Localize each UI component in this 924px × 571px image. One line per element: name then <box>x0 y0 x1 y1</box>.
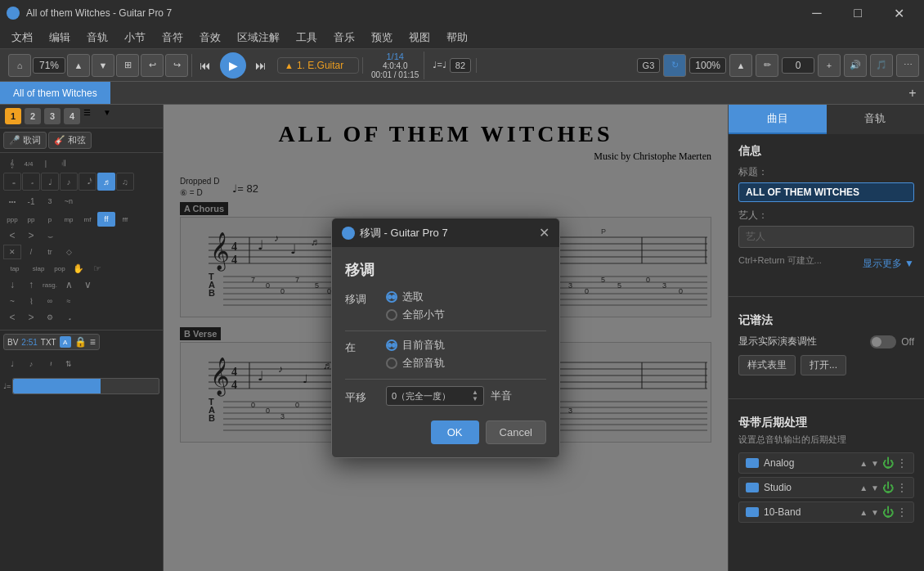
lyrics-btn[interactable]: 🎤 歌词 <box>3 132 47 149</box>
more-link[interactable]: 显示更多 ▼ <box>863 257 914 271</box>
panel-tab-track[interactable]: 音轨 <box>827 105 925 134</box>
whammy-btn[interactable]: ∞ <box>41 294 59 308</box>
ff-btn[interactable]: ff <box>97 212 115 227</box>
pencil-btn[interactable]: ✏ <box>756 54 778 77</box>
track-down-btn[interactable]: ▼ <box>103 108 119 124</box>
maximize-button[interactable]: □ <box>839 0 877 26</box>
tuplet-btn[interactable]: ~n <box>60 192 78 210</box>
menu-view[interactable]: 视图 <box>401 27 438 48</box>
fff-btn[interactable]: fff <box>116 212 134 227</box>
menu-help[interactable]: 帮助 <box>438 27 476 48</box>
ok-button[interactable]: OK <box>431 420 479 444</box>
sound-btn1[interactable]: 🔊 <box>844 54 867 77</box>
new-tab-button[interactable]: + <box>901 82 924 105</box>
notation-clef[interactable]: 𝄞 <box>3 156 20 171</box>
add-btn[interactable]: + <box>818 54 841 77</box>
menu-annotation[interactable]: 区域注解 <box>229 27 288 48</box>
note-whole[interactable]: 𝅝 <box>3 173 21 191</box>
ppp-btn[interactable]: ppp <box>3 212 21 227</box>
redo-btn[interactable]: ↪ <box>165 54 188 77</box>
note-edit-btn[interactable]: 𝅘 <box>60 310 78 325</box>
title-value[interactable]: ALL OF THEM WITCHES <box>738 182 914 202</box>
finger-btn[interactable]: ☞ <box>88 261 106 276</box>
note-small-1[interactable]: ♩ <box>3 357 21 371</box>
bend-down-btn[interactable]: ∨ <box>78 277 96 292</box>
p-btn[interactable]: p <box>41 212 59 227</box>
note-32nd[interactable]: ♫ <box>116 173 134 191</box>
slash-btn[interactable]: / <box>22 245 40 259</box>
decrescendo-btn[interactable]: > <box>22 228 40 243</box>
tremolo-btn[interactable]: ≈ <box>60 294 78 308</box>
up-arrow-btn[interactable]: ↑ <box>22 277 40 292</box>
dialog-close-button[interactable]: ✕ <box>539 225 549 241</box>
fx-power-analog[interactable]: ⏻ <box>882 456 894 470</box>
style-btn[interactable]: 样式表里 <box>738 355 796 375</box>
undo-btn[interactable]: ↩ <box>141 54 164 77</box>
open-btn[interactable]: 打开... <box>801 355 846 375</box>
rest-small[interactable]: 𝄽 <box>41 357 59 371</box>
fx-arrow-down-10band[interactable]: ▼ <box>871 508 879 517</box>
radio-all-tracks[interactable] <box>386 357 397 369</box>
fx-arrow-up-studio[interactable]: ▲ <box>859 483 868 492</box>
rasg-btn[interactable]: rasg. <box>41 277 59 292</box>
track-num-4[interactable]: 4 <box>64 108 80 124</box>
radio-all-measures[interactable] <box>386 309 397 321</box>
note-active[interactable]: ♬ <box>97 173 115 191</box>
track-num-1[interactable]: 1 <box>5 108 21 124</box>
up-down-btn[interactable]: ⇅ <box>60 357 78 371</box>
mf-btn[interactable]: mf <box>78 212 96 227</box>
track-num-2[interactable]: 2 <box>25 108 41 124</box>
fx-arrow-down-studio[interactable]: ▼ <box>871 483 879 492</box>
fx-menu-analog[interactable]: ⋮ <box>897 457 907 469</box>
x-btn[interactable]: ✕ <box>3 245 21 259</box>
menu-track[interactable]: 音轨 <box>78 27 116 48</box>
dots-btn[interactable]: ••• <box>3 192 21 210</box>
pop-btn[interactable]: pop <box>51 261 69 276</box>
sound-btn2[interactable]: 🎵 <box>870 54 893 77</box>
menu-note[interactable]: 音符 <box>154 27 191 48</box>
fx-arrow-up-analog[interactable]: ▲ <box>859 459 868 468</box>
panel-tab-tracklist[interactable]: 曲目 <box>729 105 827 134</box>
semitone-down-arrow[interactable]: ▼ <box>472 396 478 402</box>
note-quarter[interactable]: ♩ <box>41 173 59 191</box>
shift-input[interactable]: 0（完全一度） ▲ ▼ <box>386 386 484 406</box>
gear-small-btn[interactable]: ⚙ <box>41 310 59 325</box>
slide-btn[interactable]: ⌇ <box>22 294 40 308</box>
lock-btn[interactable]: 🔒 <box>74 336 87 348</box>
fx-arrow-down-analog[interactable]: ▼ <box>871 459 879 468</box>
bend-up-btn[interactable]: ∧ <box>60 277 78 292</box>
toolbar-nav-btn[interactable]: ⌂ <box>8 54 31 77</box>
loop-btn[interactable]: ↻ <box>663 54 686 77</box>
note-half[interactable]: 𝅗 <box>22 173 40 191</box>
toggle-switch[interactable] <box>870 335 896 348</box>
menu-edit[interactable]: 编辑 <box>41 27 78 48</box>
note-small-2[interactable]: ♪ <box>22 357 40 371</box>
trill-btn[interactable]: tr <box>41 245 59 259</box>
track-num-3[interactable]: 3 <box>44 108 61 124</box>
align-btn[interactable]: ≡ <box>90 336 96 348</box>
radio-option-all-tracks[interactable]: 全部音轨 <box>386 356 445 371</box>
active-tab[interactable]: All of them Witches <box>0 82 110 104</box>
radio-current-track[interactable] <box>386 339 397 351</box>
zoom-up-btn[interactable]: ▲ <box>67 54 90 77</box>
artist-input[interactable]: 艺人 <box>738 226 914 248</box>
fx-menu-studio[interactable]: ⋮ <box>897 482 907 493</box>
vibrato-btn[interactable]: ~ <box>3 294 21 308</box>
menu-tools[interactable]: 工具 <box>288 27 325 48</box>
track-settings-btn[interactable]: ☰ <box>83 108 100 124</box>
accent-btn[interactable]: -1 <box>22 192 40 210</box>
note-16th[interactable]: 𝅘𝅥𝅯 <box>78 173 96 191</box>
left-chevron-btn[interactable]: < <box>3 310 21 325</box>
radio-option-selection[interactable]: 选取 <box>386 290 445 304</box>
menu-preview[interactable]: 预览 <box>363 27 401 48</box>
tap-btn[interactable]: tap <box>3 261 26 276</box>
palm-mute-btn[interactable]: ✋ <box>70 261 87 276</box>
radio-option-all-measures[interactable]: 全部小节 <box>386 308 445 322</box>
volume-up-btn[interactable]: ▲ <box>729 54 752 77</box>
fx-power-studio[interactable]: ⏻ <box>882 481 894 494</box>
menu-measure[interactable]: 小节 <box>116 27 154 48</box>
fx-power-10band[interactable]: ⏻ <box>882 506 894 519</box>
notation-4-4[interactable]: 4/4 <box>20 156 37 171</box>
more-btn[interactable]: ⋯ <box>896 54 919 77</box>
menu-effects[interactable]: 音效 <box>191 27 229 48</box>
